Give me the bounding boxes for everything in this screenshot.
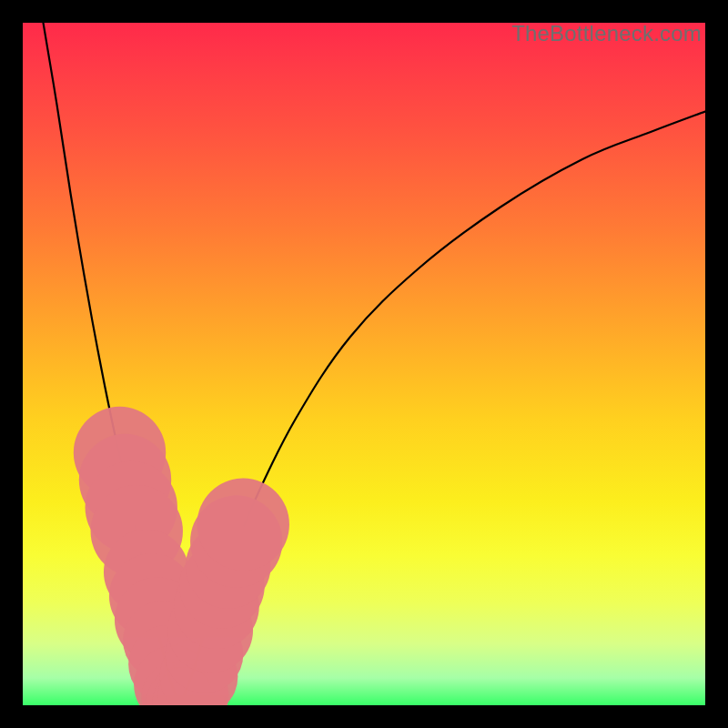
right-curve bbox=[180, 112, 706, 706]
plot-area: TheBottleneck.com bbox=[23, 23, 705, 705]
chart-overlay bbox=[23, 23, 705, 705]
bead-marker bbox=[197, 479, 289, 571]
chart-frame: TheBottleneck.com bbox=[0, 0, 728, 728]
bead-markers bbox=[74, 407, 289, 705]
watermark-text: TheBottleneck.com bbox=[511, 23, 702, 46]
